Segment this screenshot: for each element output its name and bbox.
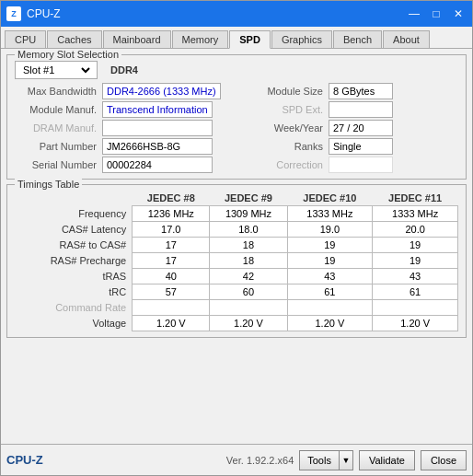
tools-main-button[interactable]: Tools (299, 450, 339, 470)
serial-number-value: 00002284 (102, 157, 213, 173)
serial-number-row: Serial Number 00002284 (15, 157, 232, 173)
timings-cell: 42 (210, 269, 287, 284)
validate-button[interactable]: Validate (359, 450, 415, 470)
info-grid: Max Bandwidth DDR4-2666 (1333 MHz) Modul… (15, 83, 458, 173)
ddr-type-label: DDR4 (103, 64, 145, 75)
tabs-bar: CPU Caches Mainboard Memory SPD Graphics… (1, 27, 472, 49)
timings-header-row: JEDEC #8 JEDEC #9 JEDEC #10 JEDEC #11 (15, 191, 458, 206)
timings-cell: 17 (133, 253, 210, 269)
timings-cell: 1.20 V (287, 316, 373, 331)
serial-number-label: Serial Number (15, 159, 102, 170)
max-bandwidth-value: DDR4-2666 (1333 MHz) (102, 83, 221, 99)
timings-cell: 19.0 (287, 222, 373, 238)
tools-button-group: Tools ▼ (299, 450, 353, 470)
minimize-button[interactable]: — (406, 6, 422, 21)
timings-cell: 1309 MHz (210, 206, 287, 222)
tab-bench[interactable]: Bench (333, 30, 382, 48)
dram-manuf-row: DRAM Manuf. (15, 120, 232, 136)
part-number-value: JM2666HSB-8G (102, 138, 213, 155)
info-left: Max Bandwidth DDR4-2666 (1333 MHz) Modul… (15, 83, 232, 173)
spd-ext-value (329, 101, 393, 118)
timings-cell: 1236 MHz (133, 206, 210, 222)
part-number-label: Part Number (15, 141, 102, 152)
spd-ext-label: SPD Ext. (241, 104, 329, 115)
timings-header-empty (15, 191, 133, 206)
timings-cell (287, 300, 373, 316)
timings-group-title: Timings Table (15, 179, 82, 190)
timings-cell: 19 (287, 238, 373, 253)
correction-row: Correction (241, 157, 458, 173)
maximize-button[interactable]: □ (428, 6, 444, 21)
close-button[interactable]: Close (421, 450, 467, 470)
timings-cell: 17 (133, 238, 210, 253)
week-year-value: 27 / 20 (329, 120, 393, 136)
timings-cell: 61 (373, 284, 458, 300)
timings-row-label: Frequency (15, 206, 133, 222)
timings-header-jedec9: JEDEC #9 (210, 191, 287, 206)
module-manuf-label: Module Manuf. (15, 104, 102, 115)
timings-cell: 40 (133, 269, 210, 284)
timings-table: JEDEC #8 JEDEC #9 JEDEC #10 JEDEC #11 Fr… (15, 191, 458, 331)
module-manuf-value: Transcend Information (102, 101, 213, 118)
timings-header-jedec8: JEDEC #8 (133, 191, 210, 206)
max-bandwidth-label: Max Bandwidth (15, 86, 102, 97)
slot-dropdown[interactable]: Slot #1 Slot #2 (19, 64, 93, 76)
timings-cell: 20.0 (373, 222, 458, 238)
info-right: Module Size 8 GBytes SPD Ext. Week/Year … (241, 83, 458, 173)
timings-cell: 61 (287, 284, 373, 300)
module-size-row: Module Size 8 GBytes (241, 83, 458, 99)
timings-cell: 18 (210, 253, 287, 269)
timings-header-jedec10: JEDEC #10 (287, 191, 373, 206)
correction-label: Correction (241, 159, 329, 170)
module-size-value: 8 GBytes (329, 83, 393, 99)
week-year-row: Week/Year 27 / 20 (241, 120, 458, 136)
tab-caches[interactable]: Caches (47, 30, 101, 48)
timings-row: CAS# Latency17.018.019.020.0 (15, 222, 458, 238)
timings-row-label: Voltage (15, 316, 133, 331)
timings-cell (210, 300, 287, 316)
timings-cell: 19 (373, 238, 458, 253)
tab-spd[interactable]: SPD (229, 30, 271, 49)
correction-value (329, 157, 393, 173)
timings-row: Frequency1236 MHz1309 MHz1333 MHz1333 MH… (15, 206, 458, 222)
close-window-button[interactable]: ✕ (450, 6, 467, 21)
slot-selector[interactable]: Slot #1 Slot #2 (15, 61, 98, 79)
footer-logo: CPU-Z (6, 453, 221, 467)
timings-header-jedec11: JEDEC #11 (373, 191, 458, 206)
app-icon: Z (6, 6, 21, 21)
timings-cell: 19 (287, 253, 373, 269)
tab-memory[interactable]: Memory (172, 30, 229, 48)
timings-cell: 17.0 (133, 222, 210, 238)
window-title: CPU-Z (27, 7, 406, 20)
timings-row-label: tRAS (15, 269, 133, 284)
main-window: Z CPU-Z — □ ✕ CPU Caches Mainboard Memor… (0, 0, 473, 476)
timings-row: tRC57606161 (15, 284, 458, 300)
titlebar: Z CPU-Z — □ ✕ (1, 1, 472, 27)
timings-cell: 1333 MHz (287, 206, 373, 222)
tab-about[interactable]: About (383, 30, 430, 48)
timings-group: Timings Table JEDEC #8 JEDEC #9 JEDEC #1… (6, 184, 467, 338)
timings-cell (133, 300, 210, 316)
module-size-label: Module Size (241, 86, 329, 97)
timings-cell: 57 (133, 284, 210, 300)
memory-slot-group-title: Memory Slot Selection (15, 49, 121, 60)
timings-cell: 60 (210, 284, 287, 300)
timings-cell: 1.20 V (373, 316, 458, 331)
timings-cell: 18.0 (210, 222, 287, 238)
max-bandwidth-row: Max Bandwidth DDR4-2666 (1333 MHz) (15, 83, 232, 99)
timings-cell: 43 (287, 269, 373, 284)
timings-cell: 19 (373, 253, 458, 269)
timings-cell: 43 (373, 269, 458, 284)
window-controls: — □ ✕ (406, 6, 467, 21)
ranks-value: Single (329, 138, 393, 155)
tools-dropdown-arrow[interactable]: ▼ (339, 450, 353, 470)
footer: CPU-Z Ver. 1.92.2.x64 Tools ▼ Validate C… (1, 444, 472, 475)
tab-graphics[interactable]: Graphics (271, 30, 332, 48)
timings-cell: 1.20 V (210, 316, 287, 331)
slot-row: Slot #1 Slot #2 DDR4 (15, 61, 458, 79)
tab-cpu[interactable]: CPU (5, 30, 46, 48)
timings-row-label: RAS# to CAS# (15, 238, 133, 253)
tab-mainboard[interactable]: Mainboard (103, 30, 171, 48)
timings-row: RAS# Precharge17181919 (15, 253, 458, 269)
timings-cell: 18 (210, 238, 287, 253)
